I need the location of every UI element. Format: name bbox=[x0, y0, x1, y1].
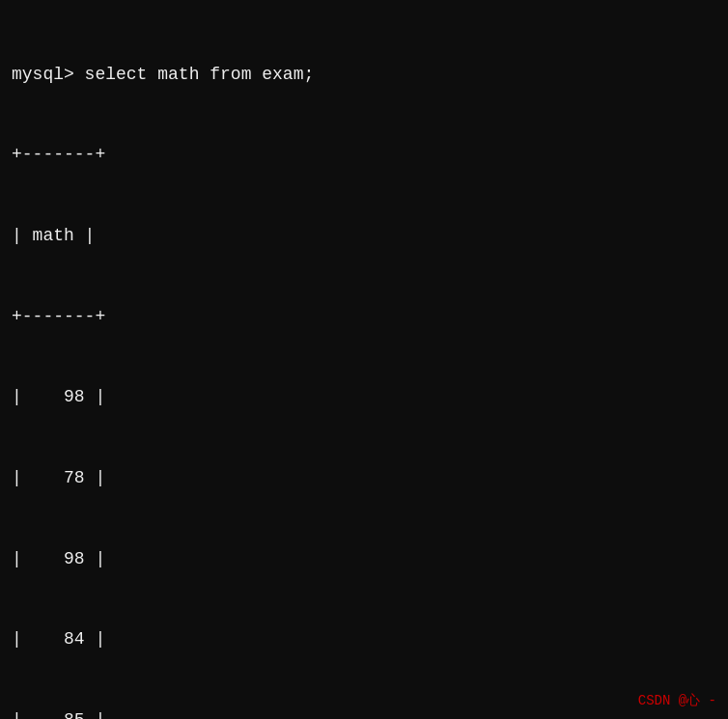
watermark: CSDN @心 - bbox=[638, 692, 716, 709]
terminal-line-0: mysql> select math from exam; bbox=[12, 62, 716, 89]
terminal-line-5: | 78 | bbox=[12, 465, 716, 492]
terminal-line-1: +-------+ bbox=[12, 142, 716, 169]
terminal-line-6: | 98 | bbox=[12, 546, 716, 573]
terminal-line-7: | 84 | bbox=[12, 626, 716, 653]
terminal-line-3: +-------+ bbox=[12, 304, 716, 331]
terminal-line-2: | math | bbox=[12, 223, 716, 250]
terminal-line-8: | 85 | bbox=[12, 707, 716, 719]
terminal-line-4: | 98 | bbox=[12, 384, 716, 411]
terminal-output: mysql> select math from exam; +-------+ … bbox=[0, 0, 728, 719]
